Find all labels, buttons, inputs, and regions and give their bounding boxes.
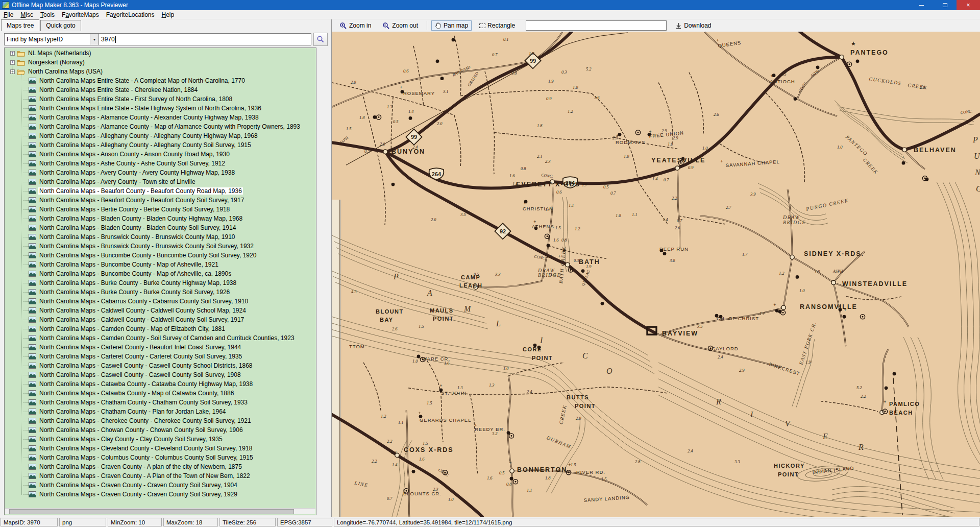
tree-guide (23, 448, 29, 449)
distance-label: 1.0 (799, 288, 805, 293)
tree-item[interactable]: North Carolina Maps - Camden County - So… (5, 333, 315, 343)
scrollbar-thumb[interactable] (9, 509, 294, 514)
tree-guide (23, 108, 29, 109)
tree-item[interactable]: North Carolina Maps - Cleveland County -… (5, 444, 315, 453)
tree-item[interactable]: North Carolina Maps - Alleghany County -… (5, 140, 315, 150)
ring-symbol-dot (862, 316, 864, 318)
menu-favoritemaps[interactable]: FavoriteMaps (58, 11, 103, 19)
tree-item[interactable]: North Carolina Maps - Chatham County - P… (5, 407, 315, 416)
town-dot (547, 244, 550, 247)
tree-item[interactable]: North Carolina Maps Entire State - Chero… (5, 85, 315, 94)
download-label: Download (684, 22, 711, 29)
tree-item[interactable]: North Carolina Maps - Craven County - Cr… (5, 490, 315, 499)
tree-item[interactable]: North Carolina Maps - Craven County - A … (5, 471, 315, 481)
tree-item[interactable]: North Carolina Maps - Clay County - Clay… (5, 435, 315, 444)
tree-guide (23, 476, 29, 476)
maximize-button[interactable] (933, 0, 957, 10)
menu-favoritelocations[interactable]: FavoriteLocations (103, 11, 158, 19)
map-label: ROSEMARY (403, 90, 435, 96)
tree-item[interactable]: North Carolina Maps - Alamance County - … (5, 122, 315, 131)
tree-item[interactable]: North Carolina Maps - Craven County - A … (5, 462, 315, 471)
distance-label: 1.9 (548, 79, 554, 84)
distance-label: 2.4 (688, 448, 693, 453)
tree-item[interactable]: North Carolina Maps - Beaufort County - … (5, 186, 315, 196)
minimize-button[interactable] (910, 0, 933, 10)
distance-label: 2.4 (718, 354, 723, 360)
map-paper (332, 32, 980, 517)
search-button[interactable] (313, 33, 328, 46)
distance-label: 2.0 (546, 254, 552, 259)
tree-item[interactable]: North Carolina Maps - Burke County - Bur… (5, 278, 315, 288)
tree-item[interactable]: North Carolina Maps - Caswell County - C… (5, 361, 315, 370)
tree-item[interactable]: North Carolina Maps - Carteret County - … (5, 343, 315, 352)
tree-item[interactable]: North Carolina Maps - Burke County - Bur… (5, 288, 315, 297)
find-by-dropdown[interactable]: Find by MapsTypeID ▼ (4, 33, 99, 45)
tree-item[interactable]: North Carolina Maps - Buncombe County - … (5, 260, 315, 269)
tree-item[interactable]: North Carolina Maps - Cherokee County - … (5, 416, 315, 425)
tree-item[interactable]: North Carolina Maps - Avery County - Ave… (5, 168, 315, 177)
map-item-icon (29, 344, 36, 350)
tree-item[interactable]: North Carolina Maps Entire State - A Com… (5, 76, 315, 85)
tree-folder[interactable]: −North Carolina Maps (USA) (5, 67, 315, 76)
tab-maps-tree[interactable]: Maps tree (1, 19, 39, 31)
download-button[interactable]: Download (672, 20, 715, 31)
tree-guide (23, 393, 29, 394)
tree-item[interactable]: North Carolina Maps - Bladen County - Bl… (5, 214, 315, 223)
tree-item[interactable]: North Carolina Maps - Alleghany County -… (5, 131, 315, 140)
map-label: ASPH (832, 269, 844, 274)
tree-item[interactable]: North Carolina Maps - Carteret County - … (5, 352, 315, 361)
tree-item[interactable]: North Carolina Maps - Chatham County - C… (5, 398, 315, 407)
distance-label: 1.0 (412, 358, 418, 364)
map-label: COXS X-RDS (404, 446, 454, 453)
rectangle-button[interactable]: Rectangle (476, 20, 519, 31)
tree-item[interactable]: North Carolina Maps - Camden County - Ma… (5, 324, 315, 333)
tree-item[interactable]: North Carolina Maps - Caswell County - C… (5, 370, 315, 379)
tree-item[interactable]: North Carolina Maps - Brunswick County -… (5, 232, 315, 242)
tree-item[interactable]: North Carolina Maps - Cabarrus County - … (5, 297, 315, 306)
zoom-in-button[interactable]: Zoom in (336, 20, 375, 31)
menu-file[interactable]: File (0, 11, 17, 19)
distance-label: 0.5 (499, 470, 505, 475)
tree-item[interactable]: North Carolina Maps - Catawba County - C… (5, 379, 315, 389)
menu-misc[interactable]: Misc (17, 11, 37, 19)
distance-label: 1.5 (419, 324, 424, 329)
tree-item[interactable]: North Carolina Maps - Caldwell County - … (5, 306, 315, 315)
tree-item[interactable]: North Carolina Maps Entire State - State… (5, 104, 315, 113)
goto-input[interactable] (526, 20, 667, 31)
map-label: ATHENS (532, 224, 554, 229)
search-input[interactable]: 3970 (99, 33, 311, 45)
tree-folder[interactable]: +NL Maps (Netherlands) (5, 49, 315, 58)
tree-folder[interactable]: +Norgeskart (Norway) (5, 58, 315, 67)
town-dot (893, 372, 896, 375)
tree-item[interactable]: North Carolina Maps - Craven County - Cr… (5, 481, 315, 490)
tree-horizontal-scrollbar[interactable] (5, 508, 315, 514)
pan-map-button[interactable]: Pan map (431, 20, 472, 31)
tree-guide (23, 237, 29, 237)
distance-label: 2.0 (351, 80, 356, 85)
tree-item[interactable]: North Carolina Maps - Bladen County - Bl… (5, 223, 315, 232)
tab-quick-goto[interactable]: Quick goto (40, 20, 81, 31)
tree-item[interactable]: North Carolina Maps - Columb​us County -… (5, 453, 315, 462)
map-view[interactable]: 999992264264++++++++++++++++++★★PANTEGOB… (332, 32, 980, 517)
close-button[interactable]: × (957, 0, 980, 10)
tree-item[interactable]: North Carolina Maps - Alamance County - … (5, 113, 315, 122)
tree-item[interactable]: North Carolina Maps - Chowan County - Ch… (5, 425, 315, 435)
tree-item[interactable]: North Carolina Maps - Buncombe County - … (5, 251, 315, 260)
tree-item[interactable]: North Carolina Maps - Beaufort County - … (5, 196, 315, 205)
tree-item[interactable]: North Carolina Maps - Ashe County - Ashe… (5, 159, 315, 168)
menu-tools[interactable]: Tools (37, 11, 58, 19)
town-dot (775, 309, 779, 313)
distance-label: 1.5 (346, 126, 352, 131)
menu-help[interactable]: Help (158, 11, 178, 19)
distance-label: 4.3 (351, 289, 357, 294)
distance-label: 2.0 (576, 416, 581, 421)
tree-item[interactable]: North Carolina Maps - Brunswick County -… (5, 242, 315, 251)
tree-item[interactable]: North Carolina Maps - Caldwell County - … (5, 315, 315, 324)
tree-item[interactable]: North Carolina Maps - Avery County - Tow… (5, 177, 315, 186)
tree-item[interactable]: North Carolina Maps - Anson County - Ans… (5, 150, 315, 159)
zoom-out-button[interactable]: Zoom out (379, 20, 422, 31)
tree-item[interactable]: North Carolina Maps - Bertie County - Be… (5, 205, 315, 214)
tree-item[interactable]: North Carolina Maps - Buncombe County - … (5, 269, 315, 278)
tree-item[interactable]: North Carolina Maps Entire State - First… (5, 94, 315, 104)
tree-item[interactable]: North Carolina Maps - Catawba County - M… (5, 389, 315, 398)
